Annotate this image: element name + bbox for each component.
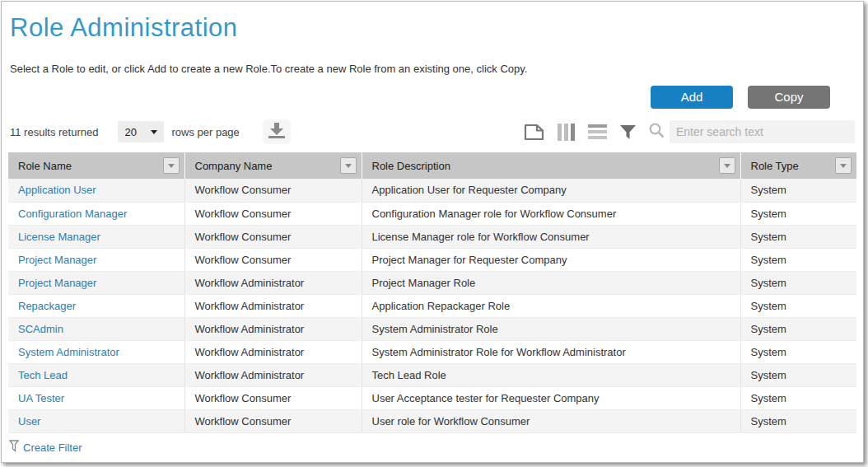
- search-box: [649, 120, 855, 143]
- role-name-link[interactable]: SCAdmin: [18, 323, 63, 335]
- rows-per-page-select[interactable]: 20: [118, 121, 164, 142]
- table-body: Application User Workflow Consumer Appli…: [8, 179, 856, 432]
- column-header-company-name[interactable]: Company Name: [184, 152, 362, 179]
- table-row: License Manager Workflow Consumer Licens…: [8, 225, 856, 248]
- create-filter-icon: [9, 440, 19, 455]
- results-count: 11 results returned: [10, 126, 98, 138]
- table-row: Project Manager Workflow Administrator P…: [8, 271, 856, 294]
- filter-icon: [620, 125, 636, 139]
- role-description-cell: User role for Workflow Consumer: [362, 409, 740, 432]
- column-header-role-name[interactable]: Role Name: [8, 152, 184, 179]
- role-name-link[interactable]: Project Manager: [18, 277, 96, 289]
- company-name-cell: Workflow Consumer: [184, 179, 362, 202]
- table-row: Application User Workflow Consumer Appli…: [8, 179, 856, 202]
- company-name-cell: Workflow Consumer: [184, 386, 362, 409]
- rows-icon: [588, 124, 607, 140]
- chevron-down-icon: [151, 130, 157, 134]
- role-description-cell: Project Manager Role: [362, 271, 740, 294]
- column-filter-dropdown[interactable]: [719, 157, 735, 174]
- table-row: SCAdmin Workflow Administrator System Ad…: [8, 317, 856, 340]
- row-density-button[interactable]: [588, 124, 607, 140]
- table-row: User Workflow Consumer User role for Wor…: [8, 409, 856, 432]
- page-subtitle: Select a Role to edit, or click Add to c…: [10, 63, 855, 75]
- grid-footer: Create Filter: [9, 440, 863, 455]
- role-type-cell: System: [740, 409, 856, 432]
- company-name-cell: Workflow Administrator: [184, 294, 362, 317]
- page-icon: [524, 124, 544, 141]
- role-name-link[interactable]: UA Tester: [18, 392, 64, 404]
- role-description-cell: Tech Lead Role: [362, 363, 740, 386]
- role-description-cell: License Manager role for Workflow Consum…: [362, 225, 740, 248]
- column-filter-dropdown[interactable]: [163, 157, 180, 174]
- role-description-cell: User Acceptance tester for Requester Com…: [362, 386, 740, 409]
- search-icon: [649, 123, 665, 142]
- filter-button[interactable]: [620, 125, 636, 139]
- roles-grid: Role Name Company Name Role Description …: [8, 152, 856, 433]
- table-row: System Administrator Workflow Administra…: [8, 340, 856, 363]
- role-name-link[interactable]: Repackager: [18, 300, 76, 312]
- role-type-cell: System: [740, 386, 856, 409]
- export-page-button[interactable]: [524, 124, 544, 141]
- role-description-cell: System Administrator Role for Workflow A…: [362, 340, 740, 363]
- company-name-cell: Workflow Consumer: [184, 409, 362, 432]
- role-name-link[interactable]: User: [18, 415, 40, 427]
- role-type-cell: System: [740, 202, 856, 225]
- company-name-cell: Workflow Administrator: [184, 317, 362, 340]
- role-name-link[interactable]: Tech Lead: [18, 369, 68, 381]
- company-name-cell: Workflow Consumer: [184, 225, 362, 248]
- company-name-cell: Workflow Consumer: [184, 202, 362, 225]
- company-name-cell: Workflow Administrator: [184, 340, 362, 363]
- table-row: Repackager Workflow Administrator Applic…: [8, 294, 856, 317]
- add-button[interactable]: Add: [651, 86, 733, 109]
- chevron-down-icon: [168, 164, 175, 168]
- role-type-cell: System: [740, 248, 856, 271]
- grid-toolbar: 11 results returned 20 rows per page: [2, 119, 863, 145]
- page-title: Role Administration: [10, 13, 855, 43]
- company-name-cell: Workflow Administrator: [184, 271, 362, 294]
- copy-button[interactable]: Copy: [748, 86, 830, 109]
- role-type-cell: System: [740, 340, 856, 363]
- role-description-cell: Application User for Requester Company: [362, 179, 740, 202]
- column-chooser-button[interactable]: [558, 124, 575, 141]
- column-filter-dropdown[interactable]: [835, 157, 852, 174]
- role-type-cell: System: [740, 179, 856, 202]
- role-name-link[interactable]: License Manager: [18, 231, 100, 243]
- role-description-cell: System Administrator Role: [362, 317, 740, 340]
- role-name-link[interactable]: Application User: [18, 184, 96, 196]
- role-name-link[interactable]: Project Manager: [18, 254, 96, 266]
- table-header-row: Role Name Company Name Role Description …: [8, 152, 856, 179]
- role-description-cell: Project Manager for Requester Company: [362, 248, 740, 271]
- role-description-cell: Configuration Manager role for Workflow …: [362, 202, 740, 225]
- role-type-cell: System: [740, 317, 856, 340]
- role-administration-page: Role Administration Select a Role to edi…: [1, 1, 864, 463]
- role-type-cell: System: [740, 294, 856, 317]
- table-row: Tech Lead Workflow Administrator Tech Le…: [8, 363, 856, 386]
- role-name-link[interactable]: System Administrator: [18, 346, 119, 358]
- chevron-down-icon: [724, 164, 730, 168]
- create-filter-link[interactable]: Create Filter: [23, 441, 82, 454]
- chevron-down-icon: [345, 164, 352, 168]
- search-input[interactable]: [670, 120, 855, 143]
- columns-icon: [558, 124, 575, 141]
- company-name-cell: Workflow Consumer: [184, 248, 362, 271]
- role-type-cell: System: [740, 271, 856, 294]
- table-row: Project Manager Workflow Consumer Projec…: [8, 248, 856, 271]
- role-type-cell: System: [740, 363, 856, 386]
- chevron-down-icon: [840, 164, 847, 168]
- rows-per-page-value: 20: [124, 126, 136, 138]
- table-row: UA Tester Workflow Consumer User Accepta…: [8, 386, 856, 409]
- role-type-cell: System: [740, 225, 856, 248]
- actions-row: Add Copy: [2, 86, 863, 109]
- page-header: Role Administration Select a Role to edi…: [2, 2, 863, 75]
- column-filter-dropdown[interactable]: [340, 157, 357, 174]
- rows-per-page-label: rows per page: [171, 126, 239, 138]
- column-header-role-description[interactable]: Role Description: [362, 152, 740, 179]
- role-name-link[interactable]: Configuration Manager: [18, 208, 127, 220]
- role-description-cell: Application Repackager Role: [362, 294, 740, 317]
- company-name-cell: Workflow Administrator: [184, 363, 362, 386]
- column-header-role-type[interactable]: Role Type: [740, 152, 856, 179]
- table-row: Configuration Manager Workflow Consumer …: [8, 202, 856, 225]
- toolbar-right-group: [524, 120, 855, 143]
- download-icon: [268, 123, 286, 142]
- export-download-button[interactable]: [263, 119, 291, 144]
